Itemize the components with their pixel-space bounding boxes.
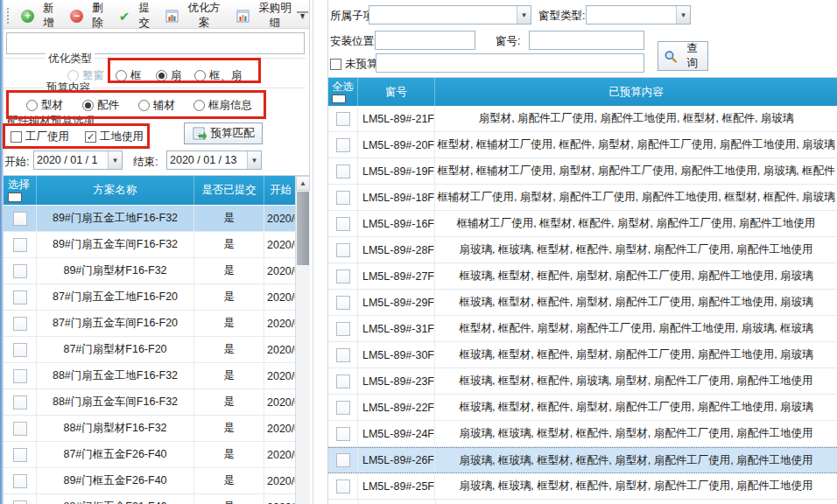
radio-frame-sash[interactable]: 框、扇 bbox=[194, 68, 243, 83]
plan-table-row[interactable]: 87#门扇型材F16-F20 是 2020/0 bbox=[4, 337, 296, 363]
caret-down-icon[interactable]: ▾ bbox=[517, 6, 531, 24]
plan-table-row[interactable]: 89#门扇五金车间F16-F32 是 2020/0 bbox=[4, 232, 296, 258]
row-checkbox[interactable] bbox=[13, 290, 27, 304]
radio-frame[interactable]: 框 bbox=[116, 68, 142, 83]
plan-table-row[interactable]: 87#门扇五金车间F16-F20 是 2020/0 bbox=[4, 311, 296, 337]
start-column-header[interactable]: 开始 bbox=[264, 176, 296, 205]
panel-splitter[interactable] bbox=[313, 0, 313, 504]
row-checkbox[interactable] bbox=[13, 343, 27, 357]
row-checkbox[interactable] bbox=[13, 212, 27, 226]
window-no-input[interactable] bbox=[529, 31, 644, 50]
row-checkbox[interactable] bbox=[336, 427, 350, 441]
end-date-picker[interactable]: 2020 / 01 / 13 ▾ bbox=[166, 150, 262, 170]
row-checkbox[interactable] bbox=[13, 448, 27, 462]
scrollbar-thumb[interactable] bbox=[297, 192, 309, 265]
window-table-row[interactable]: LM5L-89#-29F27 框玻璃, 框型材, 框配件, 扇型材, 扇配件工厂… bbox=[328, 290, 837, 316]
window-type-combobox[interactable]: ▾ bbox=[586, 5, 691, 24]
window-table-row[interactable]: LM5L-89#-18F16 框辅材工厂使用, 扇型材, 扇配件工厂使用, 扇配… bbox=[328, 185, 837, 211]
radio-accessory[interactable]: 配件 bbox=[82, 98, 119, 113]
scroll-up-arrow-icon[interactable]: ▲ bbox=[296, 176, 310, 191]
row-checkbox[interactable] bbox=[336, 270, 350, 284]
install-position-input[interactable] bbox=[375, 31, 475, 50]
plan-table-row[interactable]: 87#门扇五金工地F16-F20 是 2020/0 bbox=[4, 284, 296, 311]
row-checkbox[interactable] bbox=[336, 374, 350, 388]
row-checkbox[interactable] bbox=[336, 401, 350, 415]
radio-frame-sash-label: 框、扇 bbox=[209, 68, 243, 83]
window-table-row[interactable]: LM5L-89#-27F25 框玻璃, 框型材, 框配件, 扇型材, 扇配件工厂… bbox=[328, 263, 837, 290]
sub-item-combobox[interactable]: ▾ bbox=[369, 5, 531, 24]
row-checkbox[interactable] bbox=[336, 322, 350, 336]
row-checkbox[interactable] bbox=[336, 296, 350, 310]
plan-name-cell: 88#门框五金F21-F40 bbox=[37, 494, 194, 504]
window-table-row[interactable]: LM5L-89#-23F21 框玻璃, 框型材, 框配件, 扇玻璃, 扇型材, … bbox=[328, 368, 837, 395]
plan-table-row[interactable]: 88#门扇五金工地F16-F32 是 2020/0 bbox=[4, 363, 296, 389]
row-checkbox[interactable] bbox=[336, 191, 350, 205]
factory-use-label: 工厂使用 bbox=[25, 130, 69, 144]
row-checkbox[interactable] bbox=[13, 317, 27, 331]
row-checkbox[interactable] bbox=[13, 396, 27, 410]
add-button[interactable]: + 新增 bbox=[17, 0, 64, 32]
checkbox-factory-use[interactable]: 工厂使用 bbox=[11, 130, 69, 144]
select-all-checkbox[interactable] bbox=[332, 94, 346, 103]
radio-sash[interactable]: 扇 bbox=[156, 68, 182, 83]
row-checkbox[interactable] bbox=[336, 453, 350, 467]
budgeted-content-column-header[interactable]: 已预算内容 bbox=[435, 78, 837, 106]
caret-down-icon[interactable]: ▾ bbox=[108, 151, 122, 169]
start-date-picker[interactable]: 2020 / 01 / 1 ▾ bbox=[33, 150, 123, 170]
row-checkbox[interactable] bbox=[13, 369, 27, 383]
window-table-row[interactable]: LM5L-89#-22F20 框玻璃, 框型材, 框配件, 扇型材, 扇配件工厂… bbox=[328, 395, 837, 421]
row-checkbox[interactable] bbox=[336, 348, 350, 362]
row-checkbox[interactable] bbox=[336, 164, 350, 178]
window-table-row[interactable]: LM5L-89#-26F24 扇玻璃, 框玻璃, 框型材, 框配件, 扇型材, … bbox=[328, 447, 837, 473]
row-checkbox[interactable] bbox=[13, 422, 27, 436]
delete-button[interactable]: − 删除 bbox=[66, 0, 113, 32]
window-table-row[interactable]: LM5L-89#-19F17 框型材, 框辅材工厂使用, 扇型材, 扇配件工厂使… bbox=[328, 158, 837, 185]
toolbar-overflow-button[interactable]: ▾ bbox=[297, 11, 308, 22]
select-all-checkbox[interactable] bbox=[8, 192, 22, 202]
optimize-plan-button[interactable]: 优化方案 bbox=[161, 0, 230, 32]
plan-table-row[interactable]: 88#门框五金F21-F40 是 2020/0 bbox=[4, 494, 296, 504]
window-no-column-header[interactable]: 窗号 bbox=[358, 78, 435, 106]
plan-table-row[interactable]: 89#门扇型材F16-F32 是 2020/0 bbox=[4, 258, 296, 284]
row-checkbox[interactable] bbox=[13, 264, 27, 278]
window-table-row[interactable]: LM5L-89#-28F26 扇玻璃, 框玻璃, 框型材, 框配件, 扇型材, … bbox=[328, 237, 837, 263]
window-table-row[interactable]: LM5L-89#-24F22 扇玻璃, 框玻璃, 框型材, 框配件, 扇型材, … bbox=[328, 421, 837, 447]
plan-table-row[interactable]: 89#门扇五金工地F16-F32 是 2020/0 bbox=[4, 206, 296, 232]
budget-match-button[interactable]: 预算匹配 bbox=[184, 122, 263, 144]
submit-button[interactable]: ✔ 提交 bbox=[115, 0, 159, 32]
plan-table-row[interactable]: 88#门扇五金车间F16-F32 是 2020/0 bbox=[4, 389, 296, 416]
row-checkbox[interactable] bbox=[336, 243, 350, 257]
plan-name-column-header[interactable]: 方案名称 bbox=[37, 176, 194, 205]
window-table-row[interactable]: LM5L-89#-16F15 框辅材工厂使用, 框型材, 框配件, 扇型材, 扇… bbox=[328, 211, 837, 237]
submitted-column-header[interactable]: 是否已提交 bbox=[194, 176, 264, 205]
radio-auxiliary[interactable]: 辅材 bbox=[138, 98, 175, 113]
plan-table-row[interactable]: 87#门框五金F26-F40 是 2020/0 bbox=[4, 442, 296, 468]
toolbar-grip[interactable] bbox=[7, 8, 11, 24]
plan-table-row[interactable]: 88#门扇型材F16-F32 是 2020/0 bbox=[4, 416, 296, 442]
caret-down-icon[interactable]: ▾ bbox=[676, 6, 690, 24]
caret-down-icon[interactable]: ▾ bbox=[247, 151, 261, 169]
radio-frame-sash-info[interactable]: 框扇信息 bbox=[193, 98, 252, 113]
row-checkbox[interactable] bbox=[336, 138, 350, 152]
budget-match-label: 预算匹配 bbox=[211, 126, 255, 141]
row-checkbox[interactable] bbox=[13, 238, 27, 252]
row-checkbox[interactable] bbox=[336, 112, 350, 126]
no-budget-input[interactable] bbox=[376, 53, 644, 73]
row-checkbox[interactable] bbox=[336, 217, 350, 231]
checkbox-site-use[interactable]: 工地使用 bbox=[85, 130, 144, 144]
window-table-row[interactable]: LM5L-89#-20F18 框型材, 框辅材工厂使用, 框配件, 扇型材, 扇… bbox=[328, 132, 837, 158]
checkbox-no-budget[interactable]: 未预算: bbox=[330, 57, 381, 72]
row-checkbox[interactable] bbox=[336, 480, 350, 494]
window-table-row[interactable]: LM5L-89#-21F19 扇型材, 扇配件工厂使用, 扇配件工地使用, 框型… bbox=[328, 106, 837, 132]
query-button[interactable]: 查询 bbox=[658, 41, 708, 71]
window-no-cell: LM5L-89#-29F27 bbox=[358, 290, 435, 315]
row-checkbox[interactable] bbox=[13, 500, 27, 504]
window-table-row[interactable]: LM5L-89#-30F28 框玻璃, 框型材, 框配件, 扇型材, 扇配件工厂… bbox=[328, 342, 837, 368]
window-table-row[interactable]: LM5L-89#-31F29 框型材, 框配件, 扇型材, 扇配件工厂使用, 扇… bbox=[328, 316, 837, 342]
row-checkbox[interactable] bbox=[13, 474, 27, 488]
window-table-row[interactable]: LM5L-89#-25F23 扇玻璃, 框玻璃, 框型材, 框配件, 扇型材, … bbox=[328, 473, 837, 500]
install-position-label: 安装位置: bbox=[330, 34, 376, 49]
plan-table-scrollbar[interactable]: ▲ bbox=[295, 176, 310, 504]
radio-profile[interactable]: 型材 bbox=[26, 98, 63, 113]
plan-table-row[interactable]: 89#门框五金F26-F40 是 2020/0 bbox=[4, 468, 296, 494]
